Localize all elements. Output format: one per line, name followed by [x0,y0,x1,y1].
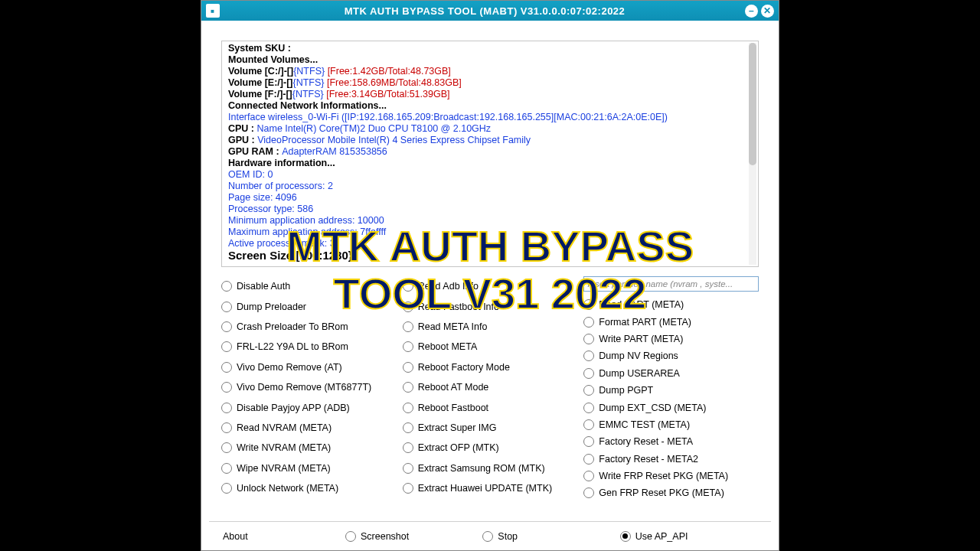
radio-reboot-factory[interactable]: Reboot Factory Mode [403,357,578,377]
radio-factory-reset-meta2[interactable]: Factory Reset - META2 [583,451,759,468]
radio-read-part[interactable]: Read PART (META) [583,296,759,313]
log-line: Processor type: 586 [228,204,752,215]
radio-read-adb[interactable]: Read Adb Info [403,276,578,296]
log-line: Volume [C:/]-[]{NTFS} [Free:1.42GB/Total… [228,66,752,77]
radio-icon [583,334,594,344]
radio-icon [221,442,232,453]
minimize-button[interactable]: – [745,5,758,18]
radio-screenshot[interactable]: Screenshot [345,531,482,542]
radio-icon [583,385,594,396]
radio-icon [583,454,594,465]
radio-vivo-demo-mt6877t[interactable]: Vivo Demo Remove (MT6877T) [221,377,397,397]
titlebar[interactable]: ■ MTK AUTH BYPASS TOOL (MABT) V31.0.0.0:… [201,1,779,21]
radio-icon [583,368,594,379]
radio-emmc-test[interactable]: EMMC TEST (META) [583,416,759,433]
options-col-2: Read Adb Info Read Fastboot Info Read ME… [403,276,578,502]
radio-factory-reset-meta[interactable]: Factory Reset - META [583,433,759,450]
radio-icon [583,317,594,328]
radio-icon [403,422,413,433]
radio-icon [403,483,413,494]
radio-disable-payjoy[interactable]: Disable Payjoy APP (ADB) [221,397,397,417]
radio-icon [403,281,413,292]
options-col-3: Read PART (META) Format PART (META) Writ… [583,276,759,502]
log-line: Minimum application address: 10000 [228,215,752,227]
radio-icon [403,362,413,373]
log-line: OEM ID: 0 [228,169,752,181]
radio-icon [482,531,493,542]
radio-extract-huawei[interactable]: Extract Huawei UPDATE (MTK) [403,478,578,498]
radio-read-nvram[interactable]: Read NVRAM (META) [221,418,397,438]
radio-extract-samsung[interactable]: Extract Samsung ROM (MTK) [403,458,578,478]
radio-dump-pgpt[interactable]: Dump PGPT [583,382,759,399]
close-button[interactable]: ✕ [761,5,774,18]
radio-icon [345,531,356,542]
window-title: MTK AUTH BYPASS TOOL (MABT) V31.0.0.0:07… [224,5,745,17]
radio-icon [221,281,232,292]
options-area: Disable Auth Dump Preloader Crash Preloa… [209,272,771,502]
log-panel: System SKU : Mounted Volumes... Volume [… [221,41,759,267]
radio-extract-ofp[interactable]: Extract OFP (MTK) [403,438,578,458]
radio-write-frp[interactable]: Write FRP Reset PKG (META) [583,468,759,484]
log-line: System SKU : [228,43,752,54]
radio-icon [221,382,232,393]
radio-icon [221,321,232,332]
radio-icon [583,419,594,430]
options-col-1: Disable Auth Dump Preloader Crash Preloa… [221,276,397,502]
radio-stop[interactable]: Stop [482,531,619,542]
log-line: Maximum application address: 7ffeffff [228,227,752,238]
log-line: Volume [F:/]-[]{NTFS} [Free:3.14GB/Total… [228,89,752,100]
radio-reboot-at[interactable]: Reboot AT Mode [403,377,578,397]
radio-icon [403,463,413,474]
radio-reboot-fastboot[interactable]: Reboot Fastboot [403,397,578,417]
radio-use-ap-api[interactable]: Use AP_API [620,531,757,542]
radio-reboot-meta[interactable]: Reboot META [403,337,578,357]
app-icon: ■ [206,4,220,18]
radio-write-part[interactable]: Write PART (META) [583,331,759,347]
scrollbar-thumb[interactable] [749,43,756,165]
radio-icon [221,483,232,494]
log-line: Page size: 4096 [228,192,752,204]
log-line: Connected Network Informations... [228,100,752,112]
radio-icon [403,302,413,312]
about-button[interactable]: About [223,531,345,542]
partition-name-input[interactable] [583,276,759,292]
radio-disable-auth[interactable]: Disable Auth [221,276,397,296]
radio-dump-userarea[interactable]: Dump USERAREA [583,365,759,382]
radio-icon [221,463,232,474]
radio-icon [583,436,594,447]
log-line: Number of processors: 2 [228,181,752,192]
radio-icon [221,341,232,352]
radio-unlock-network[interactable]: Unlock Network (META) [221,478,397,498]
log-scrollbar[interactable] [749,43,756,265]
log-line: GPU RAM : AdapterRAM 815353856 [228,146,752,158]
log-line: Mounted Volumes... [228,54,752,66]
radio-icon [221,362,232,373]
radio-gen-frp[interactable]: Gen FRP Reset PKG (META) [583,484,759,501]
radio-extract-super[interactable]: Extract Super IMG [403,418,578,438]
radio-dump-preloader[interactable]: Dump Preloader [221,296,397,316]
log-line: Volume [E:/]-[]{NTFS} [Free:158.69MB/Tot… [228,77,752,89]
log-line: Hardware information... [228,158,752,169]
radio-icon [583,471,594,481]
radio-icon [403,321,413,332]
radio-icon [221,403,232,413]
radio-icon [620,531,631,542]
radio-read-meta[interactable]: Read META Info [403,317,578,337]
radio-icon [583,350,594,361]
radio-write-nvram[interactable]: Write NVRAM (META) [221,438,397,458]
log-line: CPU : Name Intel(R) Core(TM)2 Duo CPU T8… [228,123,752,135]
radio-icon [221,422,232,433]
radio-frl-l22[interactable]: FRL-L22 Y9A DL to BRom [221,337,397,357]
radio-dump-nv[interactable]: Dump NV Regions [583,347,759,364]
radio-icon [221,302,232,312]
radio-icon [403,341,413,352]
radio-format-part[interactable]: Format PART (META) [583,313,759,330]
radio-crash-preloader[interactable]: Crash Preloader To BRom [221,317,397,337]
radio-vivo-demo-at[interactable]: Vivo Demo Remove (AT) [221,357,397,377]
radio-icon [403,442,413,453]
log-line: Interface wireless_0-Wi-Fi ([IP:192.168.… [228,112,752,123]
radio-icon [583,403,594,413]
radio-read-fastboot[interactable]: Read Fastboot Info [403,296,578,316]
radio-dump-extcsd[interactable]: Dump EXT_CSD (META) [583,399,759,416]
radio-wipe-nvram[interactable]: Wipe NVRAM (META) [221,458,397,478]
